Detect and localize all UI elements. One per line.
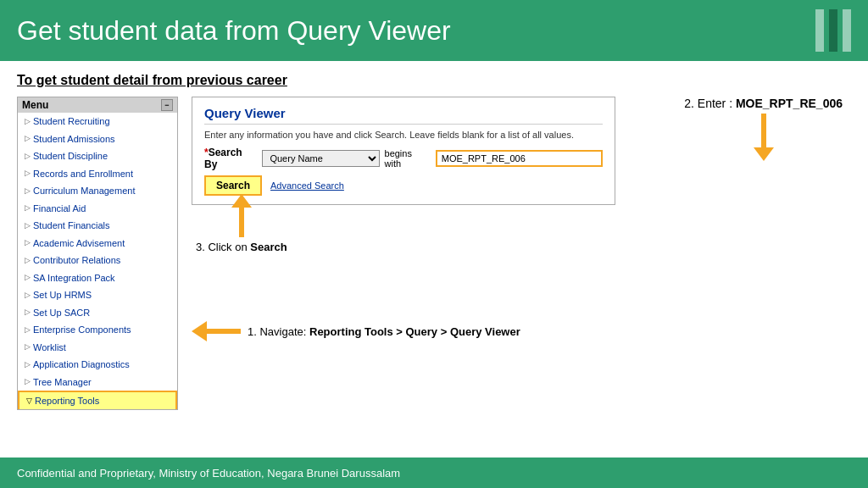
- annotation-2-arrow-line: [761, 114, 766, 147]
- sidebar-item-records-enrollment[interactable]: ▷Records and Enrollment: [18, 165, 177, 183]
- query-viewer-title: Query Viewer: [204, 106, 603, 125]
- annotation-3-bold: Search: [250, 241, 287, 253]
- annotation-1-arrow: [192, 321, 241, 341]
- sidebar-item-set-up-sacr[interactable]: ▷Set Up SACR: [18, 304, 177, 322]
- tri-icon: ▷: [25, 133, 31, 145]
- menu-label: Menu: [22, 99, 48, 111]
- asterisk: *: [204, 147, 209, 158]
- tri-icon: ▷: [25, 255, 31, 267]
- sidebar-item-reporting-tools[interactable]: ▽Reporting Tools: [18, 391, 177, 410]
- tri-icon: ▷: [25, 341, 31, 353]
- main-content: To get student detail from previous care…: [0, 61, 868, 458]
- annotation-2: 2. Enter : MOE_RPT_RE_006: [684, 97, 843, 161]
- tri-icon: ▷: [25, 116, 31, 128]
- header-bar-3: [843, 9, 851, 52]
- search-by-label: *Search By: [204, 147, 257, 170]
- tri-open-icon: ▽: [26, 396, 32, 408]
- tri-icon: ▷: [25, 186, 31, 197]
- sidebar-item-financial-aid[interactable]: ▷Financial Aid: [18, 200, 177, 218]
- tri-icon: ▷: [25, 202, 31, 214]
- query-viewer-box: Query Viewer Enter any information you h…: [192, 97, 615, 205]
- tri-icon: ▷: [25, 237, 31, 249]
- sidebar-item-set-up-hrms[interactable]: ▷Set Up HRMS: [18, 286, 177, 304]
- header-bar-2: [829, 9, 837, 52]
- tri-icon: ▷: [25, 376, 31, 388]
- search-value-input[interactable]: [436, 150, 603, 167]
- sidebar-item-student-financials[interactable]: ▷Student Financials: [18, 217, 177, 235]
- search-by-row: *Search By Query Name Description Uses F…: [204, 147, 603, 170]
- tri-icon: ▷: [25, 272, 31, 284]
- annotation-1-text: 1. Navigate: Reporting Tools > Query > Q…: [248, 325, 520, 338]
- annotation-3-text: 3. Click on Search: [196, 241, 287, 253]
- sidebar-item-worklist[interactable]: ▷Worklist: [18, 339, 177, 357]
- header: Get student data from Query Viewer: [0, 0, 868, 61]
- footer-text: Confidential and Proprietary, Ministry o…: [17, 467, 400, 480]
- header-bar-1: [815, 9, 824, 52]
- sidebar-item-academic-advisement[interactable]: ▷Academic Advisement: [18, 235, 177, 252]
- search-by-select[interactable]: Query Name Description Uses Field Name R…: [262, 150, 379, 167]
- tri-icon: ▷: [25, 290, 31, 302]
- button-row: Search Advanced Search: [204, 175, 603, 196]
- annotation-3: 3. Click on Search: [196, 194, 287, 253]
- annotation-3-arrow-head: [231, 194, 252, 208]
- sidebar-item-student-admissions[interactable]: ▷Student Admissions: [18, 130, 177, 148]
- advanced-search-link[interactable]: Advanced Search: [270, 180, 344, 191]
- menu-panel: Menu − ▷Student Recruiting ▷Student Admi…: [17, 97, 178, 410]
- menu-minimize-btn[interactable]: −: [161, 99, 173, 111]
- tri-icon: ▷: [25, 307, 31, 319]
- tri-icon: ▷: [25, 151, 31, 163]
- menu-header-icons: −: [161, 99, 173, 111]
- sidebar-item-curriculum[interactable]: ▷Curriculum Management: [18, 182, 177, 200]
- annotation-3-arrow-line: [239, 208, 244, 237]
- tri-icon: ▷: [25, 359, 31, 371]
- annotation-1-bold: Reporting Tools > Query > Query Viewer: [309, 325, 520, 338]
- page-subtitle: To get student detail from previous care…: [17, 73, 851, 88]
- sidebar-item-contributor-relations[interactable]: ▷Contributor Relations: [18, 252, 177, 269]
- sidebar-item-student-recruiting[interactable]: ▷Student Recruiting: [18, 113, 177, 130]
- content-row: Menu − ▷Student Recruiting ▷Student Admi…: [17, 97, 851, 458]
- menu-header: Menu −: [18, 97, 177, 113]
- tri-icon: ▷: [25, 324, 31, 336]
- header-title: Get student data from Query Viewer: [17, 15, 815, 47]
- tri-icon: ▷: [25, 168, 31, 180]
- sidebar-item-student-discipline[interactable]: ▷Student Discipline: [18, 147, 177, 165]
- annotation-2-text: 2. Enter : MOE_RPT_RE_006: [684, 97, 843, 110]
- sidebar-item-enterprise[interactable]: ▷Enterprise Components: [18, 321, 177, 339]
- sidebar-item-sa-integration[interactable]: ▷SA Integration Pack: [18, 269, 177, 287]
- header-decoration: [815, 9, 851, 52]
- sidebar-item-tree-manager[interactable]: ▷Tree Manager: [18, 374, 177, 391]
- annotation-2-arrow-head: [754, 147, 774, 161]
- annotation-1-arrow-head: [192, 321, 207, 341]
- footer: Confidential and Proprietary, Ministry o…: [0, 458, 868, 488]
- annotation-1-arrow-line: [207, 329, 241, 334]
- begins-with-label: begins with: [385, 148, 431, 169]
- tri-icon: ▷: [25, 220, 31, 232]
- annotation-1: 1. Navigate: Reporting Tools > Query > Q…: [192, 321, 520, 341]
- query-viewer-description: Enter any information you have and click…: [204, 130, 603, 140]
- search-button[interactable]: Search: [204, 175, 262, 196]
- right-content: Query Viewer Enter any information you h…: [192, 97, 851, 458]
- sidebar-item-app-diagnostics[interactable]: ▷Application Diagnostics: [18, 356, 177, 374]
- annotation-2-bold: MOE_RPT_RE_006: [736, 97, 843, 110]
